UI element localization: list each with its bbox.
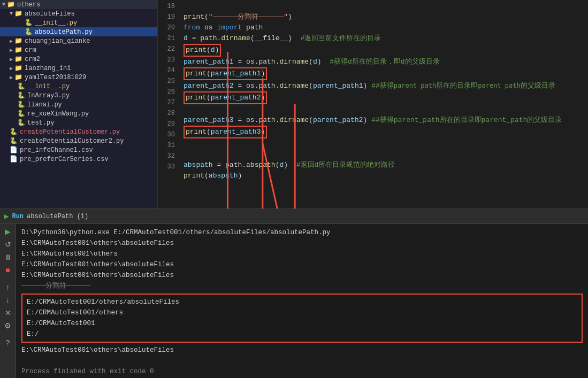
label-init2: __init__.py	[27, 83, 70, 90]
tree-item-absolutepath[interactable]: 🐍 absolutePath.py	[0, 27, 157, 36]
py-icon-absolutepath: 🐍	[25, 28, 33, 36]
code-line-21: d = path.dirname(__file__) #返回当前文件所在的目录	[179, 33, 588, 44]
output-box-line-4: E:/	[27, 329, 577, 340]
folder-icon-others: 📁	[7, 1, 15, 9]
main-area: ▼ 📁 others ▼ 📁 absoluteFiles 🐍 __init__.…	[0, 0, 588, 209]
label-yaml: yamlTest20181029	[25, 74, 86, 81]
code-line-24: print(parent_path1)	[179, 67, 588, 80]
output-separator: ——————分割符——————	[21, 281, 583, 291]
run-file-label: absolutePath (1)	[27, 213, 88, 220]
run-panel: ▶ Run absolutePath (1) ▶ ↺ ⏸ ■ ↑ ↓ ✕ ⚙ ?…	[0, 209, 588, 378]
output-line-5: E:\CRMAutoTest001\others\absoluteFiles	[21, 270, 583, 281]
tree-item-others[interactable]: ▼ 📁 others	[0, 0, 157, 9]
output-line-4: E:\CRMAutoTest001\others\absoluteFiles	[21, 259, 583, 270]
tree-item-init[interactable]: 🐍 __init__.py	[0, 18, 157, 27]
code-line-30	[179, 138, 588, 149]
arrow-crm2: ▶	[10, 56, 13, 63]
label-createpotential2: createPotentialCustomer2.py	[20, 137, 124, 145]
label-createpotential: createPotentialCustomer.py	[20, 128, 120, 136]
close-panel-button[interactable]: ✕	[3, 307, 13, 318]
tree-item-chuangjian[interactable]: ▶ 📁 chuangjian_qianke	[0, 36, 157, 45]
code-content: print("——————分割符——————") from os import …	[179, 0, 588, 209]
py-icon-re: 🐍	[17, 110, 25, 118]
code-line-26: print(parent_path2)	[179, 91, 588, 104]
rerun-button[interactable]: ↺	[3, 239, 13, 250]
code-line-33: print(abspath)	[179, 171, 588, 181]
py-icon-lianai: 🐍	[17, 101, 25, 109]
pause-button[interactable]: ⏸	[3, 252, 13, 263]
label-crm2: crm2	[25, 56, 40, 63]
csv-icon-preinfo: 📄	[10, 146, 18, 154]
label-absolutefiles: absoluteFiles	[25, 10, 75, 18]
tree-item-createpotential[interactable]: 🐍 createPotentialCustomer.py	[0, 127, 157, 136]
arrow-yaml: ▶	[10, 74, 13, 81]
label-preprefer: pre_preferCarSeries.csv	[20, 156, 109, 163]
label-absolutepath: absolutePath.py	[35, 28, 93, 36]
label-re: re_xueXinWang.py	[27, 110, 89, 118]
arrow-chuangjian: ▶	[10, 38, 13, 44]
play-button[interactable]: ▶	[3, 226, 13, 237]
output-line-3: E:\CRMAutoTest001\others	[21, 249, 583, 259]
run-tab-label[interactable]: Run	[12, 213, 24, 220]
tree-item-preprefer[interactable]: 📄 pre_preferCarSeries.csv	[0, 155, 157, 164]
folder-icon-crm: 📁	[14, 46, 22, 54]
output-box-line-1: E:/CRMAutoTest001/others/absoluteFiles	[27, 297, 577, 307]
py-icon-init: 🐍	[25, 19, 33, 27]
tree-item-init2[interactable]: 🐍 __init__.py	[0, 82, 157, 91]
code-line-31	[179, 149, 588, 160]
label-test: test.py	[27, 119, 54, 127]
code-line-28: parent_path3 = os.path.dirname(parent_pa…	[179, 115, 588, 126]
output-area: ▶ ↺ ⏸ ■ ↑ ↓ ✕ ⚙ ? D:\Python36\python.exe…	[0, 224, 588, 378]
stop-button[interactable]: ■	[3, 265, 13, 275]
scroll-up-button[interactable]: ↑	[3, 282, 13, 292]
tree-item-inarray[interactable]: 🐍 InArray3.py	[0, 91, 157, 100]
code-line-29: print(parent_path3)	[179, 126, 588, 138]
csv-icon-preprefer: 📄	[10, 155, 18, 163]
output-boxed-block: E:/CRMAutoTest001/others/absoluteFiles E…	[21, 294, 583, 343]
help-button[interactable]: ?	[3, 337, 13, 348]
code-editor: 18 19 20 21 22 23 24 25 26 27 28 29 30 3…	[158, 0, 588, 209]
tree-item-test[interactable]: 🐍 test.py	[0, 118, 157, 127]
py-icon-createpotential: 🐍	[10, 128, 18, 136]
scroll-down-button[interactable]: ↓	[3, 295, 13, 305]
output-box-line-3: E:/CRMAutoTest001	[27, 318, 577, 329]
tree-item-lianai[interactable]: 🐍 lianai.py	[0, 100, 157, 109]
output-line-after-box: E:\CRMAutoTest001\others\absoluteFiles	[21, 345, 583, 356]
folder-icon-laozhang: 📁	[14, 64, 22, 72]
tree-item-yaml[interactable]: ▶ 📁 yamlTest20181029	[0, 73, 157, 82]
label-init: __init__.py	[35, 19, 77, 27]
tree-item-crm2[interactable]: ▶ 📁 crm2	[0, 55, 157, 64]
code-line-22: print(d)	[179, 44, 588, 57]
output-exit-line: Process finished with exit code 0	[21, 366, 583, 377]
folder-icon-chuangjian: 📁	[14, 37, 22, 45]
py-icon-test: 🐍	[17, 119, 25, 127]
code-line-18	[179, 1, 588, 12]
output-line-1: D:\Python36\python.exe E:/CRMAutoTest001…	[21, 227, 583, 238]
tree-item-createpotential2[interactable]: 🐍 createPotentialCustomer2.py	[0, 136, 157, 145]
settings-button[interactable]: ⚙	[3, 320, 13, 331]
code-line-20: from os import path	[179, 22, 588, 33]
code-line-27	[179, 104, 588, 115]
label-lianai: lianai.py	[27, 101, 62, 109]
tree-item-re[interactable]: 🐍 re_xueXinWang.py	[0, 109, 157, 118]
py-icon-init2: 🐍	[17, 82, 25, 90]
label-inarray: InArray3.py	[27, 92, 70, 99]
run-tab-bar: ▶ Run absolutePath (1)	[0, 209, 588, 224]
label-others: others	[17, 1, 40, 9]
code-line-25: parent_path2 = os.path.dirname(parent_pa…	[179, 80, 588, 91]
tree-item-absolutefiles[interactable]: ▼ 📁 absoluteFiles	[0, 9, 157, 18]
label-preinfo: pre_infoChannel.csv	[20, 146, 93, 154]
output-text: D:\Python36\python.exe E:/CRMAutoTest001…	[16, 224, 588, 378]
folder-icon-absolutefiles: 📁	[14, 10, 22, 18]
label-chuangjian: chuangjian_qianke	[25, 37, 90, 45]
py-icon-createpotential2: 🐍	[10, 137, 18, 145]
code-line-19: print("——————分割符——————")	[179, 12, 588, 22]
arrow-others: ▼	[2, 2, 5, 7]
arrow-absolutefiles: ▼	[10, 11, 13, 17]
code-line-32: abspath = path.abspath(d) #返回d所在目录规范的绝对路…	[179, 160, 588, 171]
folder-icon-crm2: 📁	[14, 55, 22, 63]
arrow-crm: ▶	[10, 47, 13, 53]
tree-item-preinfo[interactable]: 📄 pre_infoChannel.csv	[0, 145, 157, 155]
tree-item-laozhang[interactable]: ▶ 📁 laozhang_ini	[0, 64, 157, 73]
tree-item-crm[interactable]: ▶ 📁 crm	[0, 45, 157, 55]
